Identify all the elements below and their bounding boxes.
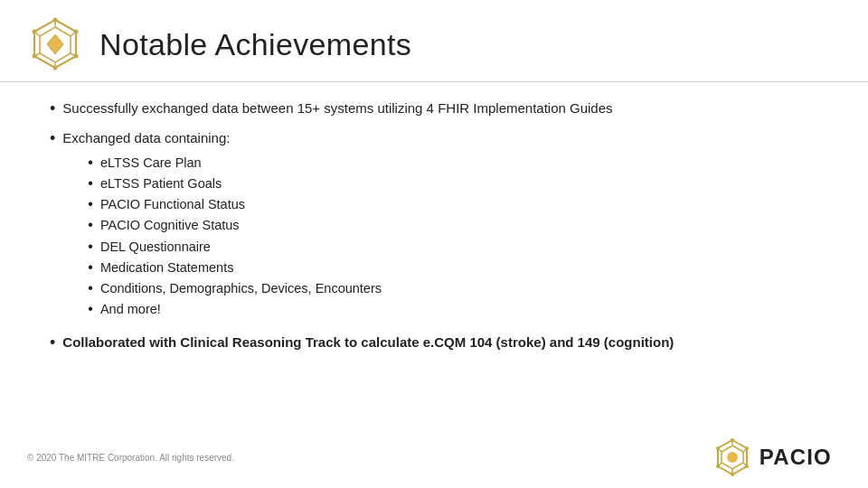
slide: Notable Achievements • Successfully exch… — [0, 0, 868, 488]
svg-point-25 — [745, 446, 749, 450]
svg-point-13 — [33, 54, 37, 59]
svg-point-26 — [745, 465, 749, 468]
bullet-1-dot: • — [50, 99, 55, 119]
mitre-logo — [27, 16, 83, 72]
bullet-2-block: Exchanged data containing: eLTSS Care Pl… — [62, 128, 382, 320]
bullet-2-container: • Exchanged data containing: eLTSS Care … — [50, 128, 814, 320]
svg-point-11 — [74, 54, 79, 59]
list-item: PACIO Cognitive Status — [88, 215, 382, 236]
list-item: DEL Questionnaire — [88, 237, 382, 258]
bullet-1-text: Successfully exchanged data between 15+ … — [62, 99, 612, 119]
copyright-text: © 2020 The MITRE Corporation. All rights… — [27, 453, 234, 463]
svg-point-10 — [74, 30, 79, 34]
page-title: Notable Achievements — [99, 27, 411, 62]
pacio-logo: PACIO — [712, 437, 832, 477]
bullet-3-dot: • — [50, 333, 55, 353]
bullet-3: • Collaborated with Clinical Reasoning T… — [50, 333, 814, 353]
footer: © 2020 The MITRE Corporation. All rights… — [0, 437, 868, 477]
list-item: eLTSS Patient Goals — [88, 174, 382, 194]
list-item: Medication Statements — [88, 258, 382, 278]
list-item: eLTSS Care Plan — [88, 153, 382, 174]
list-item: And more! — [88, 299, 382, 320]
header: Notable Achievements — [0, 0, 868, 82]
svg-point-12 — [53, 66, 58, 70]
bullet-3-text: Collaborated with Clinical Reasoning Tra… — [62, 333, 674, 353]
list-item: Conditions, Demographics, Devices, Encou… — [88, 278, 382, 299]
bullet-2-dot: • — [50, 128, 55, 149]
svg-point-28 — [716, 465, 720, 468]
svg-point-17 — [727, 452, 738, 463]
main-content: • Successfully exchanged data between 15… — [0, 82, 868, 363]
svg-point-14 — [33, 30, 37, 34]
bullet-2-label: Exchanged data containing: — [62, 130, 230, 145]
svg-point-24 — [731, 438, 734, 442]
bullet-1: • Successfully exchanged data between 15… — [50, 99, 814, 119]
pacio-label: PACIO — [760, 445, 832, 470]
sub-item-list: eLTSS Care Plan eLTSS Patient Goals PACI… — [88, 153, 382, 321]
svg-marker-2 — [47, 34, 63, 54]
svg-point-29 — [716, 446, 720, 450]
svg-point-27 — [731, 473, 734, 476]
list-item: PACIO Functional Status — [88, 194, 382, 215]
svg-point-9 — [53, 18, 58, 23]
